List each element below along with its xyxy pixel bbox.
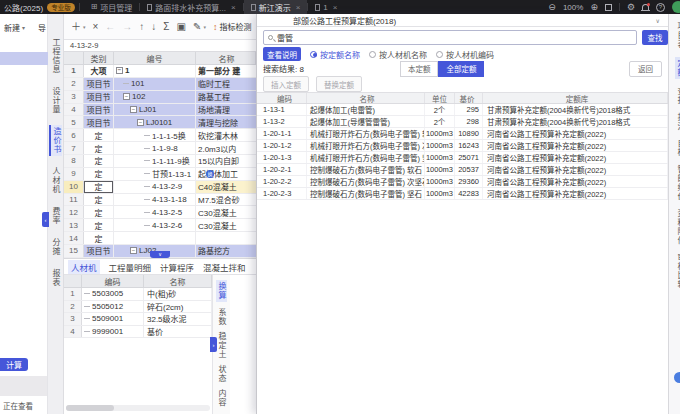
tab-计算程序[interactable]: 计算程序 <box>160 261 194 273</box>
window-tab[interactable]: ⊞项目管理 <box>84 0 140 14</box>
right-tab-定额[interactable]: 定额 <box>675 57 680 79</box>
scrollbar-thumb[interactable] <box>66 405 114 411</box>
column-header-library[interactable]: 定额库 <box>483 93 668 103</box>
right-tab-批注[interactable]: 批注 <box>675 113 680 131</box>
zoom-in-icon[interactable]: ⊕ <box>590 3 598 12</box>
fullscreen-icon[interactable] <box>605 4 612 11</box>
tab-工程量明细[interactable]: 工程量明细 <box>109 261 152 273</box>
window-tab[interactable]: 路面排水补充预算...× <box>140 0 242 14</box>
table-row[interactable]: 5项目节−LJ0101清理与挖除 <box>64 116 256 129</box>
column-header-code[interactable]: 编码 <box>82 275 144 287</box>
side-tab-换算[interactable]: 换算 <box>216 280 227 302</box>
column-header-unit[interactable]: 单位 <box>425 93 455 103</box>
right-tab-智能组价[interactable]: 智能组价 <box>675 165 680 201</box>
radio-按定额名称[interactable]: 按定额名称 <box>310 49 360 60</box>
table-row[interactable]: 15503005中(粗)砂 <box>64 288 212 301</box>
column-header-price[interactable]: 基价 <box>455 93 483 103</box>
table-row[interactable]: 1-13-1起爆体加工(电雷管)2个295甘肃预算补充定额(2004换新代号)2… <box>257 104 668 116</box>
table-row[interactable]: 10定4-13-2-9C40混凝土 <box>64 181 256 194</box>
table-row[interactable]: 1-13-2起爆体加工(导爆管雷管)2个298甘肃预算补充定额(2004换新代号… <box>257 116 668 128</box>
table-row[interactable]: 8定1-1-11-9换15以内自卸 <box>64 155 256 168</box>
scope-tab-本定额[interactable]: 本定额 <box>400 61 439 77</box>
table-row[interactable]: 1-20-1-3机械打眼开炸石方(数码电子雷管) 坚石1000m325071河南… <box>257 152 668 164</box>
tools-icon[interactable]: ⚙ <box>627 2 635 12</box>
column-header-name[interactable]: 名称 <box>144 275 212 287</box>
column-header-name[interactable]: 名称 <box>307 93 425 103</box>
replace-quota-button[interactable]: 替换定额 <box>316 76 362 92</box>
add-row-icon[interactable]: ＋ <box>71 22 81 32</box>
window-tab[interactable]: 新江演示× <box>244 0 308 14</box>
sidebar-item-分摊[interactable]: 分摊 <box>50 236 61 258</box>
right-tab-项目表[interactable]: 项目表 <box>675 22 680 49</box>
help-icon[interactable]: ? <box>656 3 665 12</box>
sidebar-item-费率[interactable]: 费率 <box>50 205 61 227</box>
tab-混凝土拌和[interactable]: 混凝土拌和 <box>203 261 246 273</box>
collapse-panel-handle[interactable]: ‹ <box>42 212 49 227</box>
grid-splitter-handle[interactable]: ∨ <box>150 251 170 258</box>
delete-row-icon[interactable]: × <box>93 22 99 32</box>
sidebar-item-造价书[interactable]: 造价书 <box>49 125 62 156</box>
sidebar-item-工程信息[interactable]: 工程信息 <box>50 36 61 76</box>
view-description-button[interactable]: 查看说明 <box>263 47 301 61</box>
column-header-category[interactable]: 类别 <box>84 52 114 64</box>
table-row[interactable]: 1-20-1-2机械打眼开炸石方(数码电子雷管) 次坚石1000m316243河… <box>257 140 668 152</box>
new-button[interactable]: 新建 <box>4 22 20 33</box>
table-row[interactable]: 1-20-1-1机械打眼开炸石方(数码电子雷管) 软石1000m310890河南… <box>257 128 668 140</box>
side-tab-状态[interactable]: 状态 <box>216 365 227 383</box>
detail-splitter-handle[interactable]: › <box>210 337 217 352</box>
move-down-icon[interactable]: ↓ <box>151 22 156 32</box>
move-up-icon[interactable]: ↑ <box>139 22 144 32</box>
tree-collapse-icon[interactable]: − <box>130 247 137 254</box>
tree-collapse-icon[interactable]: − <box>116 67 123 74</box>
tree-collapse-icon[interactable]: − <box>137 119 144 126</box>
zoom-out-icon[interactable]: ⊖ <box>548 3 556 12</box>
right-tab-资料附件[interactable]: 资料附件 <box>675 209 680 245</box>
user-avatar[interactable] <box>672 1 680 13</box>
table-row[interactable]: 3项目节−102路基工程 <box>64 91 256 104</box>
table-row[interactable]: 14定 <box>64 232 256 245</box>
undo-icon[interactable]: ← <box>105 22 115 32</box>
window-tab[interactable]: 1× <box>308 0 344 14</box>
horizontal-scrollbar[interactable] <box>66 405 210 411</box>
column-header-code[interactable]: 编号 <box>114 52 196 64</box>
column-header-name[interactable]: 名称 <box>196 52 256 64</box>
table-row[interactable]: 9定甘预1-13-1起爆体加工换 <box>64 168 256 181</box>
table-row[interactable]: 25505012碎石(2cm) <box>64 301 212 314</box>
sidebar-item-人材机[interactable]: 人材机 <box>50 165 61 196</box>
search-input[interactable]: 雷管 <box>263 30 637 45</box>
side-tab-稳定土[interactable]: 稳定土 <box>216 332 227 359</box>
format-icon[interactable]: ✎ <box>193 22 201 32</box>
side-tab-内容[interactable]: 内容 <box>216 389 227 407</box>
table-row[interactable]: 1-20-2-2控制爆破石方(数码电子雷管) 次坚石1000m329360河南省… <box>257 176 668 188</box>
right-tab-审核比较[interactable]: 审核比较 <box>675 253 680 289</box>
export-button[interactable]: 导 <box>38 22 47 33</box>
calculate-button[interactable]: 计算 <box>0 358 28 371</box>
formula-bar[interactable]: 4-13-2-9 <box>64 40 256 52</box>
insert-quota-button[interactable]: 插入定额 <box>263 76 309 92</box>
table-row[interactable]: 7定1-1-9-82.0m3以内 <box>64 142 256 155</box>
table-row[interactable]: 1大项−1第一部分 建 <box>64 65 256 78</box>
indicator-check-button[interactable]: ↕指标检测 <box>213 21 252 32</box>
close-icon[interactable]: × <box>231 3 236 12</box>
project-tree-selected-item[interactable] <box>0 52 48 65</box>
right-tab-自检[interactable]: 自检 <box>675 139 680 157</box>
table-row[interactable]: 11定4-13-1-18M7.5混合砂 <box>64 194 256 207</box>
save-icon[interactable]: ▣ <box>177 22 186 32</box>
tree-collapse-icon[interactable]: − <box>123 93 130 100</box>
table-row[interactable]: 13定4-13-2-6C30混凝土 <box>64 219 256 232</box>
note-badge-icon[interactable]: 换 <box>206 170 214 178</box>
tab-人材机[interactable]: 人材机 <box>68 260 100 274</box>
table-row[interactable]: 12定4-13-2-5C30混凝土 <box>64 206 256 219</box>
sidebar-item-报表[interactable]: 报表 <box>50 267 61 289</box>
radio-按人材机名称[interactable]: 按人材机名称 <box>369 49 427 60</box>
table-row[interactable]: 1-20-2-1控制爆破石方(数码电子雷管) 软石1000m320537河南省公… <box>257 164 668 176</box>
radio-按人材机编码[interactable]: 按人材机编码 <box>436 49 494 60</box>
right-tab-查找[interactable]: 查找 <box>675 87 680 105</box>
find-button[interactable]: 查找 <box>642 30 668 45</box>
scope-tab-全部定额[interactable]: 全部定额 <box>438 61 484 77</box>
tree-collapse-icon[interactable]: − <box>130 106 137 113</box>
notifications-icon[interactable] <box>642 4 649 10</box>
table-row[interactable]: 6定1-1-1-5换砍挖灌木林 <box>64 129 256 142</box>
table-row[interactable]: 4项目节−LJ01场地清理 <box>64 104 256 117</box>
table-row[interactable]: 49999001基价 <box>64 326 212 339</box>
